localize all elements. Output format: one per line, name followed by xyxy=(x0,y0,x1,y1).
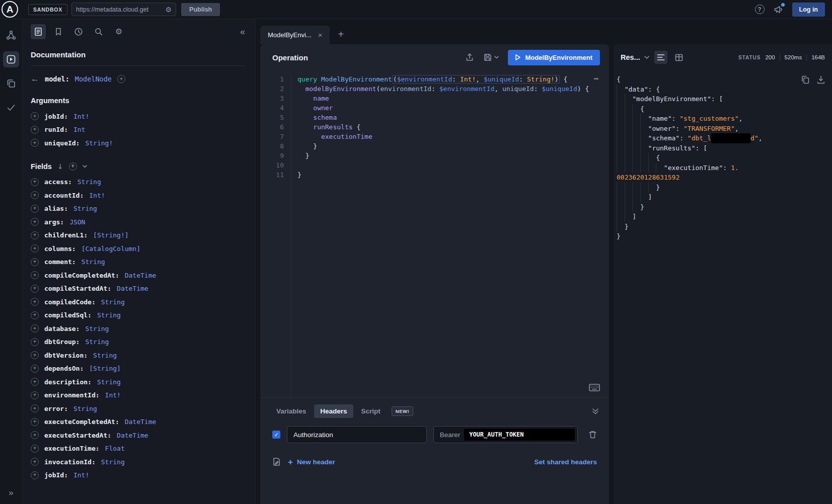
tab-variables[interactable]: Variables xyxy=(270,404,312,418)
close-tab-icon[interactable]: × xyxy=(318,31,323,39)
rail-item-collections[interactable] xyxy=(3,75,19,92)
field-type[interactable]: String xyxy=(82,258,105,266)
help-icon[interactable]: ? xyxy=(755,5,765,14)
add-to-query-icon[interactable]: + xyxy=(31,205,39,213)
doc-field-row[interactable]: +description:String xyxy=(31,375,245,389)
delete-header-button[interactable] xyxy=(588,430,597,439)
add-to-query-icon[interactable]: + xyxy=(31,365,39,373)
field-type[interactable]: [String!] xyxy=(93,231,128,239)
doc-field-row[interactable]: +columns:[CatalogColumn] xyxy=(31,242,245,256)
field-type[interactable]: DateTime xyxy=(125,272,157,279)
doc-field-row[interactable]: +executionTime:Float xyxy=(31,442,245,456)
add-to-query-icon[interactable]: + xyxy=(31,218,39,226)
add-to-query-icon[interactable]: + xyxy=(31,378,39,386)
field-type[interactable]: String xyxy=(73,205,97,212)
add-to-query-icon[interactable]: + xyxy=(31,191,39,199)
new-header-button[interactable]: + New header xyxy=(288,458,335,466)
docs-tab-settings[interactable]: ⚙ xyxy=(111,24,126,39)
add-to-query-icon[interactable]: + xyxy=(31,391,39,399)
doc-field-row[interactable]: +runId:Int xyxy=(31,123,245,137)
set-shared-headers-button[interactable]: Set shared headers xyxy=(534,458,597,466)
doc-field-row[interactable]: +comment:String xyxy=(31,256,245,269)
new-tab-button[interactable]: + xyxy=(338,29,344,40)
add-to-query-icon[interactable]: + xyxy=(31,418,39,426)
field-type[interactable]: String xyxy=(73,405,97,412)
field-type[interactable]: Int! xyxy=(105,391,121,399)
doc-field-row[interactable]: +dbtGroup:String xyxy=(31,335,245,349)
docs-tab-documentation[interactable] xyxy=(31,24,46,39)
doc-field-row[interactable]: +invocationId:String xyxy=(31,455,245,469)
field-type[interactable]: String xyxy=(93,352,117,359)
breadcrumb-type[interactable]: ModelNode xyxy=(75,75,112,83)
sort-fields-icon[interactable]: ↓ xyxy=(57,162,63,171)
auth-token-value[interactable]: YOUR_AUTH_TOKEN xyxy=(464,429,575,441)
field-type[interactable]: String xyxy=(85,325,109,332)
endpoint-url-input[interactable]: https://metadata.cloud.get ⚙ xyxy=(71,3,176,16)
back-arrow-icon[interactable]: ← xyxy=(31,74,39,84)
add-to-query-icon[interactable]: + xyxy=(31,351,39,359)
add-to-query-icon[interactable]: + xyxy=(31,311,39,319)
login-button[interactable]: Log in xyxy=(792,3,825,17)
response-title-dropdown[interactable]: Res... xyxy=(621,53,649,61)
editor-code[interactable]: query ModelByEnvironment($environmentId:… xyxy=(291,74,589,397)
announcements-button[interactable] xyxy=(774,5,783,14)
endpoint-url-text[interactable]: https://metadata.cloud.get xyxy=(76,6,161,13)
operation-editor[interactable]: 1234567891011 query ModelByEnvironment($… xyxy=(260,70,609,397)
response-view-formatted-button[interactable] xyxy=(654,51,667,64)
tab-headers[interactable]: Headers xyxy=(314,404,353,418)
run-operation-button[interactable]: ModelByEnvironment xyxy=(508,50,600,65)
save-operation-button[interactable] xyxy=(483,53,499,62)
add-to-query-icon[interactable]: + xyxy=(31,126,39,134)
collapse-bottom-panel-button[interactable] xyxy=(592,408,599,414)
field-type[interactable]: Int! xyxy=(73,113,89,120)
publish-button[interactable]: Publish xyxy=(181,3,220,16)
doc-field-row[interactable]: +uniqueId:String! xyxy=(31,136,245,150)
field-type[interactable]: DateTime xyxy=(125,418,157,426)
add-to-query-icon[interactable]: + xyxy=(31,178,39,186)
add-to-query-icon[interactable]: + xyxy=(31,139,39,147)
field-type[interactable]: Int xyxy=(73,126,85,133)
add-to-query-icon[interactable]: + xyxy=(31,338,39,346)
keyboard-shortcuts-button[interactable] xyxy=(589,384,600,391)
add-to-query-icon[interactable]: + xyxy=(31,431,39,439)
add-all-fields-icon[interactable]: + xyxy=(117,75,125,83)
doc-field-row[interactable]: +jobId:Int! xyxy=(31,469,245,482)
response-view-table-button[interactable] xyxy=(672,51,686,64)
field-type[interactable]: String xyxy=(78,178,101,186)
doc-field-row[interactable]: +childrenL1:[String!] xyxy=(31,229,245,242)
expand-rail-button[interactable]: » xyxy=(9,488,13,498)
doc-field-row[interactable]: +jobId:Int! xyxy=(31,110,245,123)
add-to-query-icon[interactable]: + xyxy=(31,112,39,120)
add-to-query-icon[interactable]: + xyxy=(31,231,39,239)
apollo-logo[interactable]: A xyxy=(2,1,18,18)
field-type[interactable]: DateTime xyxy=(117,285,148,292)
add-to-query-icon[interactable]: + xyxy=(31,324,39,332)
field-type[interactable]: [CatalogColumn] xyxy=(82,245,140,253)
field-type[interactable]: String xyxy=(101,298,125,306)
add-to-query-icon[interactable]: + xyxy=(31,471,39,479)
add-to-query-icon[interactable]: + xyxy=(31,258,39,266)
download-response-button[interactable] xyxy=(817,75,825,84)
docs-tab-history[interactable] xyxy=(71,24,86,39)
field-type[interactable]: String xyxy=(101,458,125,466)
connection-settings-icon[interactable]: ⚙ xyxy=(166,6,172,13)
add-to-query-icon[interactable]: + xyxy=(31,271,39,279)
field-type[interactable]: Int! xyxy=(73,471,89,479)
rail-item-schema[interactable] xyxy=(3,27,19,43)
doc-field-row[interactable]: +accountId:Int! xyxy=(31,189,245,202)
doc-field-row[interactable]: +access:String xyxy=(31,176,245,189)
add-to-query-icon[interactable]: + xyxy=(31,404,39,412)
doc-field-row[interactable]: +alias:String xyxy=(31,202,245,216)
doc-field-row[interactable]: +compiledCode:String xyxy=(31,295,245,309)
doc-field-row[interactable]: +executeStartedAt:DateTime xyxy=(31,429,245,442)
doc-field-row[interactable]: +executeCompletedAt:DateTime xyxy=(31,415,245,429)
field-type[interactable]: [String] xyxy=(89,365,121,372)
header-enabled-checkbox[interactable]: ✓ xyxy=(272,431,280,439)
field-type[interactable]: String xyxy=(97,378,121,386)
share-operation-button[interactable] xyxy=(465,53,474,62)
add-to-query-icon[interactable]: + xyxy=(31,298,39,306)
doc-field-row[interactable]: +args:JSON xyxy=(31,215,245,229)
collapse-docs-button[interactable]: « xyxy=(240,27,245,37)
add-to-query-icon[interactable]: + xyxy=(31,285,39,293)
add-to-query-icon[interactable]: + xyxy=(31,244,39,253)
